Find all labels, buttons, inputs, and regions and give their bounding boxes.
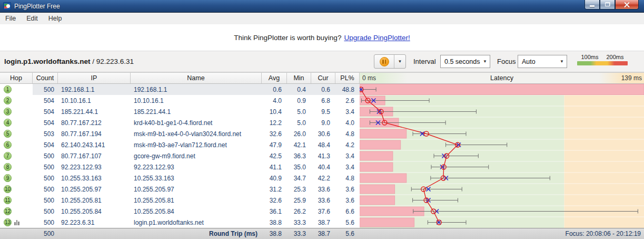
- cell-cur: 41.3: [311, 150, 335, 161]
- header-cur[interactable]: Cur: [311, 73, 335, 83]
- focus-select[interactable]: Auto ▼: [518, 55, 567, 68]
- close-button[interactable]: [615, 0, 639, 9]
- cell-pl: 4.8: [335, 128, 360, 139]
- hop-badge: 12: [4, 207, 12, 215]
- cell-avg: 38.8: [262, 217, 287, 228]
- cell-name: 185.221.44.1: [131, 106, 262, 117]
- cell-pl: 4.2: [335, 139, 360, 150]
- target-ip: / 92.223.6.31: [91, 58, 134, 65]
- hop-badge: 8: [4, 163, 12, 171]
- minimize-button[interactable]: [584, 0, 600, 9]
- cell-avg: 32.6: [262, 128, 287, 139]
- latency-max-label: 139 ms: [621, 74, 642, 82]
- title-bar: PingPlotter Free: [0, 0, 644, 13]
- cell-ip: 192.168.1.1: [58, 84, 131, 95]
- latency-color-legend: 100ms 200ms: [577, 54, 628, 65]
- cell-cur: 40.4: [311, 161, 335, 173]
- focus-value: Auto: [522, 58, 536, 65]
- cell-min: 26.0: [287, 128, 311, 139]
- cell-pl: 3.4: [335, 161, 360, 173]
- cell-count: 504: [33, 139, 58, 150]
- menu-edit[interactable]: Edit: [21, 14, 43, 23]
- header-name[interactable]: Name: [131, 73, 262, 83]
- cell-min: 25.3: [287, 184, 311, 195]
- cell-pl: 3.4: [335, 150, 360, 161]
- cell-ip: 10.255.205.81: [58, 195, 131, 206]
- cell-count: 504: [33, 106, 58, 117]
- hop-cell: 1: [0, 84, 33, 95]
- cell-min: 33.3: [287, 217, 311, 228]
- close-icon: [624, 2, 630, 7]
- cell-name: msk-m9-b3-ae7-vlan712.fiord.net: [131, 139, 262, 150]
- pause-button[interactable]: [374, 55, 394, 68]
- cell-count: 504: [33, 117, 58, 128]
- hop-cell: 2: [0, 95, 33, 106]
- cell-count: 500: [33, 84, 58, 95]
- header-hop[interactable]: Hop: [0, 73, 33, 83]
- cell-pl: 48.8: [335, 84, 360, 95]
- cell-name: krd-k40-b1-ge1-0-4.fiord.net: [131, 117, 262, 128]
- cell-avg: 12.2: [262, 117, 287, 128]
- pause-dropdown-button[interactable]: ▼: [394, 55, 405, 68]
- header-pl[interactable]: PL%: [335, 73, 360, 83]
- upgrade-link[interactable]: Upgrade PingPlotter!: [344, 34, 410, 42]
- grid-header: Hop Count IP Name Avg Min Cur PL% 0 ms L…: [0, 72, 644, 84]
- cell-ip: 92.223.6.31: [58, 217, 131, 228]
- footer-focus-range: Focus: 20:08:06 - 20:12:19: [360, 228, 644, 239]
- upgrade-question: Think PingPlotter is worth buying?: [234, 34, 341, 42]
- cell-pl: 4.8: [335, 173, 360, 184]
- footer-count: 500: [33, 228, 58, 239]
- cell-name: 10.10.16.1: [131, 95, 262, 106]
- cell-avg: 42.5: [262, 150, 287, 161]
- cell-cur: 37.6: [311, 206, 335, 217]
- hop-cell: 11: [0, 195, 33, 206]
- hop-cell: 13: [0, 217, 33, 228]
- hop-badge: 4: [4, 119, 12, 127]
- legend-200ms: 200ms: [606, 54, 623, 60]
- legend-100ms: 100ms: [581, 54, 598, 60]
- chevron-down-icon: ▼: [398, 59, 402, 64]
- latency-header: 0 ms Latency 139 ms: [360, 73, 644, 83]
- cell-count: 500: [33, 150, 58, 161]
- maximize-button[interactable]: [600, 0, 615, 9]
- cell-min: 0.9: [287, 95, 311, 106]
- cell-avg: 4.0: [262, 95, 287, 106]
- cell-name: 10.255.205.97: [131, 184, 262, 195]
- header-min[interactable]: Min: [287, 73, 311, 83]
- cell-count: 500: [33, 195, 58, 206]
- cell-cur: 33.6: [311, 184, 335, 195]
- cell-avg: 40.9: [262, 173, 287, 184]
- latency-graph: [360, 84, 644, 228]
- header-ip[interactable]: IP: [58, 73, 131, 83]
- hop-badge: 11: [4, 196, 12, 204]
- interval-select[interactable]: 0.5 seconds ▼: [440, 55, 490, 68]
- header-count[interactable]: Count: [33, 73, 58, 83]
- cell-cur: 6.8: [311, 95, 335, 106]
- hop-cell: 6: [0, 139, 33, 150]
- latency-title: Latency: [490, 74, 513, 82]
- cell-pl: 4.0: [335, 117, 360, 128]
- menu-file[interactable]: File: [0, 14, 21, 23]
- hop-badge: 13: [4, 218, 12, 226]
- cell-ip: 10.255.33.163: [58, 173, 131, 184]
- menu-help[interactable]: Help: [43, 14, 67, 23]
- cell-min: 25.9: [287, 195, 311, 206]
- hop-badge: 5: [4, 130, 12, 138]
- cell-ip: 10.255.205.97: [58, 184, 131, 195]
- latency-min-label: 0 ms: [362, 74, 376, 82]
- minimize-icon: [590, 5, 595, 7]
- cell-avg: 0.6: [262, 84, 287, 95]
- trace-target: login.p1.worldoftanks.net / 92.223.6.31: [4, 58, 134, 65]
- footer-label: Round Trip (ms): [131, 228, 262, 239]
- cell-count: 503: [33, 128, 58, 139]
- cell-name: 10.255.205.81: [131, 195, 262, 206]
- chevron-down-icon: ▼: [483, 59, 487, 64]
- cell-min: 26.2: [287, 206, 311, 217]
- pause-icon: [380, 57, 389, 66]
- cell-pl: 6.6: [335, 206, 360, 217]
- cell-name: 10.255.33.163: [131, 173, 262, 184]
- toolbar: login.p1.worldoftanks.net / 92.223.6.31 …: [0, 51, 644, 72]
- cell-pl: 3.4: [335, 106, 360, 117]
- header-avg[interactable]: Avg: [262, 73, 287, 83]
- hop-cell: 12: [0, 206, 33, 217]
